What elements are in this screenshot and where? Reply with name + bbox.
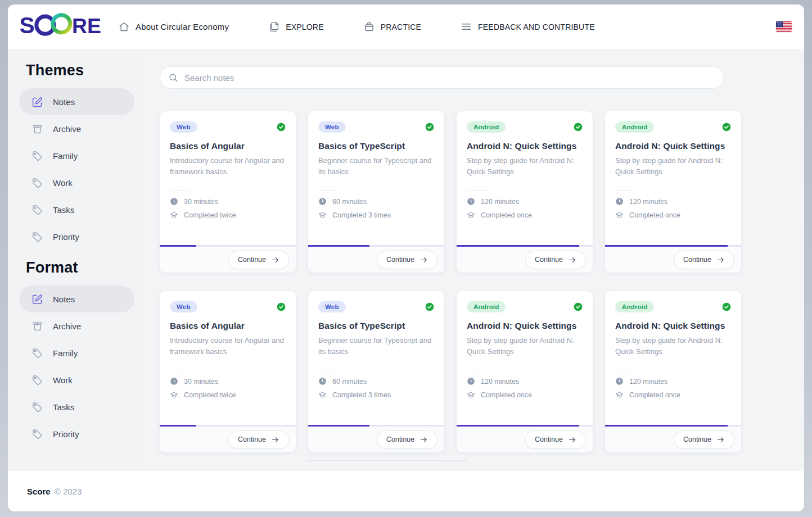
card-description: Step by step guide for Android N: Quick … [467, 335, 583, 357]
course-card: Web Basics of Angular Introductory cours… [160, 291, 296, 452]
sidebar-section-format: Format Notes Archive Family Work Tasks P… [19, 259, 134, 447]
continue-label: Continue [683, 436, 711, 443]
card-header: Android [467, 300, 583, 313]
continue-label: Continue [386, 256, 414, 264]
course-card-grid: Web Basics of Angular Introductory cours… [160, 111, 741, 452]
sidebar-item-themes-tasks[interactable]: Tasks [19, 196, 134, 223]
app-container: S RE About Circular Economy EXPLORE PRAC… [8, 4, 804, 511]
completions-text: Completed 3 times [332, 391, 391, 399]
search-input[interactable] [184, 73, 719, 83]
completions-text: Completed 3 times [332, 211, 391, 219]
content-area: Themes Notes Archive Family Work Tasks P… [8, 49, 804, 471]
course-card: Android Android N: Quick Settings Step b… [605, 291, 741, 452]
card-title: Android N: Quick Settings [615, 321, 731, 331]
sidebar-section-title: Themes [26, 62, 134, 79]
card-divider [170, 370, 190, 370]
sidebar-item-label: Archive [53, 124, 81, 134]
card-divider [615, 190, 635, 191]
continue-button[interactable]: Continue [525, 251, 586, 269]
sidebar-list: Notes Archive Family Work Tasks Priority [19, 88, 134, 250]
sidebar-item-format-notes[interactable]: Notes [19, 285, 134, 312]
main-nav: About Circular Economy EXPLORE PRACTICE … [118, 21, 595, 33]
sidebar-item-label: Family [53, 151, 78, 161]
home-icon [118, 21, 130, 33]
card-description: Step by step guide for Android N: Quick … [615, 335, 731, 357]
completions-text: Completed once [629, 391, 680, 399]
continue-button[interactable]: Continue [525, 430, 586, 449]
continue-label: Continue [535, 256, 563, 264]
pages-icon [268, 21, 280, 33]
completions-text: Completed once [481, 211, 532, 219]
sidebar-item-themes-priority[interactable]: Priority [19, 223, 134, 250]
arrow-right-icon [716, 436, 725, 444]
card-divider [318, 370, 339, 370]
course-card: Android Android N: Quick Settings Step b… [605, 111, 741, 273]
sidebar-item-themes-family[interactable]: Family [19, 142, 134, 169]
continue-button[interactable]: Continue [674, 251, 734, 269]
course-card: Web Basics of Angular Introductory cours… [160, 111, 296, 273]
platform-badge: Web [170, 121, 197, 133]
card-title: Android N: Quick Settings [467, 321, 583, 331]
sidebar-item-label: Archive [53, 321, 81, 331]
card-title: Basics of TypeScript [318, 141, 434, 151]
archive-icon [31, 123, 43, 135]
card-footer: Continue [308, 427, 444, 452]
tag-icon [31, 204, 43, 216]
continue-label: Continue [238, 256, 266, 264]
card-title: Android N: Quick Settings [615, 141, 731, 151]
sidebar-item-format-family[interactable]: Family [19, 339, 134, 366]
sidebar-item-label: Work [53, 375, 73, 385]
card-title: Android N: Quick Settings [467, 141, 583, 151]
nav-item-label: FEEDBACK AND CONTRIBUTE [478, 22, 595, 31]
sidebar-item-themes-archive[interactable]: Archive [19, 115, 134, 142]
check-circle-icon [425, 302, 434, 311]
sidebar-item-label: Priority [53, 429, 79, 439]
sidebar-item-format-archive[interactable]: Archive [19, 312, 134, 339]
platform-badge: Web [318, 121, 346, 133]
us-flag-icon[interactable] [776, 21, 792, 32]
duration-text: 30 minutes [184, 198, 218, 206]
sidebar-item-format-tasks[interactable]: Tasks [19, 393, 134, 420]
card-description: Introductory course for Angular and fram… [170, 335, 286, 357]
platform-badge: Android [467, 301, 506, 312]
sidebar-item-themes-notes[interactable]: Notes [19, 88, 134, 115]
arrow-right-icon [419, 436, 428, 444]
scrollbar-hint[interactable] [306, 460, 467, 461]
card-description: Introductory course for Angular and fram… [170, 155, 286, 178]
card-divider [467, 370, 487, 370]
top-navbar: S RE About Circular Economy EXPLORE PRAC… [8, 4, 804, 49]
archive-icon [31, 320, 43, 332]
card-footer: Continue [160, 427, 296, 452]
card-divider [170, 190, 190, 191]
nav-item-feedback-and-contribute[interactable]: FEEDBACK AND CONTRIBUTE [461, 21, 595, 33]
nav-item-practice[interactable]: PRACTICE [363, 21, 421, 33]
sidebar-item-themes-work[interactable]: Work [19, 169, 134, 196]
completions-row: Completed 3 times [318, 211, 434, 219]
duration-text: 30 minutes [184, 378, 218, 386]
continue-button[interactable]: Continue [674, 430, 734, 449]
sidebar-item-format-priority[interactable]: Priority [19, 420, 134, 447]
sidebar-item-format-work[interactable]: Work [19, 366, 134, 393]
nav-item-about-circular-economy[interactable]: About Circular Economy [118, 21, 229, 33]
score-logo[interactable]: S RE [20, 11, 103, 43]
duration-row: 30 minutes [170, 197, 286, 206]
window-frame: S RE About Circular Economy EXPLORE PRAC… [0, 0, 812, 517]
box-icon [363, 21, 375, 33]
sidebar-item-label: Notes [53, 97, 75, 107]
card-description: Beginner course for Typescript and its b… [318, 335, 434, 357]
completions-text: Completed once [629, 211, 680, 219]
tag-icon [31, 374, 43, 386]
continue-button[interactable]: Continue [377, 430, 437, 449]
duration-row: 120 minutes [467, 377, 583, 386]
edit-icon [31, 96, 43, 108]
continue-button[interactable]: Continue [228, 251, 289, 269]
continue-button[interactable]: Continue [377, 251, 437, 269]
nav-item-explore[interactable]: EXPLORE [268, 21, 324, 33]
duration-row: 120 minutes [467, 197, 583, 206]
card-footer: Continue [457, 427, 593, 452]
duration-text: 120 minutes [481, 198, 519, 206]
completions-row: Completed once [467, 211, 583, 219]
sidebar-item-label: Tasks [53, 402, 74, 412]
continue-button[interactable]: Continue [228, 430, 289, 449]
check-circle-icon [574, 302, 583, 311]
